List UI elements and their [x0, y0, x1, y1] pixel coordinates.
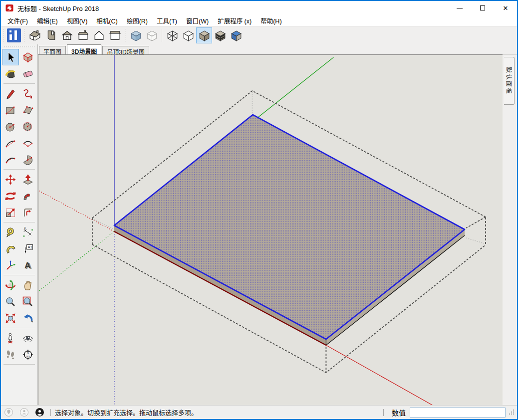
toolbar-grip[interactable] [23, 29, 25, 42]
tool-follow-me[interactable] [20, 188, 36, 204]
floor-slab[interactable] [114, 115, 465, 345]
tool-pie[interactable] [20, 151, 36, 168]
scene-tab-ceiling-3d[interactable]: 吊顶3D场景图 [102, 46, 149, 54]
tool-zoom-window[interactable] [20, 293, 36, 310]
minimize-button[interactable] [448, 1, 471, 15]
style-xray-button[interactable] [128, 27, 144, 43]
tool-three-point-arc[interactable] [2, 151, 19, 168]
tool-move[interactable] [2, 171, 19, 188]
close-icon: ✕ [503, 5, 509, 11]
green-axis-dotted [38, 231, 114, 291]
maximize-button[interactable] [471, 1, 494, 15]
look-around-icon [22, 332, 34, 344]
default-tray-tab[interactable]: 默认面板 [504, 57, 515, 105]
tool-scale[interactable] [2, 204, 19, 220]
tool-freehand[interactable] [20, 85, 36, 102]
top-view-button[interactable] [43, 27, 59, 43]
rotate-icon [4, 190, 16, 202]
tool-tape-measure[interactable] [2, 224, 19, 240]
tool-pan[interactable] [20, 277, 36, 293]
tool-push-pull[interactable] [20, 171, 36, 188]
shaded-style-icon [198, 29, 211, 42]
toolbar-grip[interactable] [124, 29, 126, 42]
tool-3d-text[interactable]: A A [20, 257, 36, 273]
right-view-button[interactable] [75, 27, 91, 43]
resize-grip[interactable] [509, 409, 515, 416]
menu-file[interactable]: 文件(F) [3, 14, 32, 27]
menu-tools[interactable]: 工具(T) [152, 14, 182, 27]
tape-measure-icon [4, 226, 16, 238]
menu-window[interactable]: 窗口(W) [182, 14, 213, 27]
tool-rotate[interactable] [2, 188, 19, 204]
main-toolbar [1, 26, 517, 44]
tool-polygon[interactable] [20, 118, 36, 135]
tool-position-camera[interactable] [2, 330, 19, 346]
tool-zoom[interactable] [2, 293, 19, 310]
tool-rectangle[interactable] [2, 102, 19, 118]
scene-tab-plan[interactable]: 平面图 [39, 46, 66, 54]
tool-line[interactable] [2, 85, 19, 102]
model-viewport[interactable] [38, 54, 503, 405]
tool-arc[interactable] [2, 135, 19, 151]
credits-icon[interactable] [19, 408, 29, 417]
tool-dimension[interactable]: 3 [20, 224, 36, 240]
tool-paint-bucket[interactable] [2, 65, 19, 82]
plugin-button[interactable] [6, 27, 22, 43]
tool-axes[interactable] [2, 257, 19, 273]
tool-select[interactable] [2, 49, 19, 65]
right-view-icon [76, 29, 90, 41]
tool-two-point-arc[interactable] [20, 135, 36, 151]
pan-icon [22, 279, 34, 291]
tool-zoom-extents[interactable] [2, 310, 19, 326]
svg-text:G: G [27, 352, 29, 355]
account-icon[interactable] [35, 408, 44, 417]
tool-make-component[interactable] [20, 49, 36, 65]
tool-orbit[interactable] [2, 277, 19, 293]
freehand-icon [22, 88, 34, 100]
minimize-icon [457, 8, 463, 8]
tool-offset[interactable] [20, 204, 36, 220]
style-back-edges-button[interactable] [144, 27, 160, 43]
back-view-button[interactable] [91, 27, 107, 43]
tool-protractor[interactable] [2, 240, 19, 257]
previous-view-icon [22, 312, 34, 324]
left-view-button[interactable] [107, 27, 123, 43]
menu-extensions[interactable]: 扩展程序 (x) [213, 14, 256, 27]
sketchup-logo-icon [5, 4, 13, 12]
title-bar: 无标题 - SketchUp Pro 2018 ✕ [1, 1, 517, 15]
tool-previous[interactable] [20, 310, 36, 326]
tool-eraser[interactable] [20, 65, 36, 82]
front-view-button[interactable] [59, 27, 75, 43]
top-view-icon [44, 29, 58, 41]
style-hidden-line-button[interactable] [180, 27, 196, 43]
maximize-icon [480, 5, 485, 10]
menu-help[interactable]: 帮助(H) [256, 14, 286, 27]
tool-text[interactable]: A1 [20, 240, 36, 257]
three-d-text-icon: A A [22, 259, 34, 271]
slab-top-face-selected[interactable] [114, 115, 465, 339]
menu-view[interactable]: 视图(V) [62, 14, 92, 27]
menu-camera[interactable]: 相机(C) [92, 14, 122, 27]
style-wireframe-button[interactable] [164, 27, 180, 43]
tool-circle[interactable] [2, 118, 19, 135]
measurements-input[interactable] [410, 408, 506, 418]
tool-compass[interactable]: G N.S [20, 346, 36, 363]
iso-view-button[interactable] [27, 27, 43, 43]
front-view-icon [60, 29, 74, 41]
toolbar-grip[interactable] [2, 29, 4, 42]
scene-tab-3d[interactable]: 3D场景图 [67, 44, 101, 54]
tray-strip: 默认面板 [503, 54, 517, 405]
close-button[interactable]: ✕ [494, 1, 517, 15]
style-monochrome-button[interactable] [228, 27, 244, 43]
tool-look-around[interactable] [20, 330, 36, 346]
move-icon [4, 174, 16, 186]
menu-draw[interactable]: 绘图(R) [122, 14, 152, 27]
geolocation-icon[interactable] [4, 408, 13, 417]
style-textured-button[interactable] [212, 27, 228, 43]
palette-grip[interactable] [4, 46, 34, 48]
x-ray-style-icon [129, 29, 143, 42]
menu-edit[interactable]: 编辑(E) [32, 14, 62, 27]
tool-rotated-rectangle[interactable] [20, 102, 36, 118]
tool-walk[interactable] [2, 346, 19, 363]
style-shaded-button[interactable] [196, 27, 212, 43]
